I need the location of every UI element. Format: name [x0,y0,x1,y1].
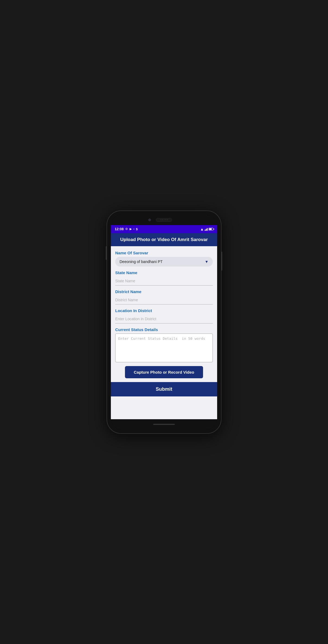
status-label: Current Status Details [115,327,213,332]
bottom-bezel [111,419,217,430]
battery-icon [208,228,213,230]
status-bar: 12:08 ⚙ ▶ ▪ $ ▲ [111,225,217,233]
state-section: State Name [115,270,213,286]
card-icon: ▪ [133,228,134,230]
submit-button[interactable]: Submit [115,386,213,392]
location-input[interactable] [115,315,213,323]
district-section: District Name [115,289,213,305]
s-icon: $ [136,228,138,231]
page-title: Upload Photo or Video Of Amrit Sarovar [115,237,213,242]
speaker [156,218,172,222]
sarovar-section: Name Of Sarovar Deeoning of bandhani PT … [115,251,213,267]
district-label: District Name [115,289,213,294]
status-time: 12:08 [115,227,124,231]
wifi-icon: ▲ [200,227,204,231]
submit-section: Submit [111,382,217,396]
sarovar-value: Deeoning of bandhani PT [120,259,163,264]
chevron-down-icon: ▼ [205,259,208,264]
signal-bars [205,228,208,231]
status-textarea[interactable] [118,337,210,358]
location-section: Location In District [115,308,213,323]
gear-icon: ⚙ [125,227,128,231]
state-input[interactable] [115,277,213,286]
form-content: Name Of Sarovar Deeoning of bandhani PT … [111,246,217,419]
sarovar-dropdown[interactable]: Deeoning of bandhani PT ▼ [115,257,213,267]
district-input[interactable] [115,296,213,305]
status-section: Current Status Details [115,327,213,362]
home-bar [153,424,175,425]
app-header: Upload Photo or Video Of Amrit Sarovar [111,233,217,246]
status-right-icons: ▲ [200,227,213,231]
sarovar-label: Name Of Sarovar [115,251,213,255]
phone-frame: 12:08 ⚙ ▶ ▪ $ ▲ Upload Photo or Video [107,211,221,433]
front-camera [148,219,151,221]
state-label: State Name [115,270,213,275]
top-bezel [111,215,217,225]
status-textarea-wrapper [115,334,213,362]
play-icon: ▶ [130,227,132,231]
capture-button[interactable]: Capture Photo or Record Video [125,366,203,378]
location-label: Location In District [115,308,213,313]
